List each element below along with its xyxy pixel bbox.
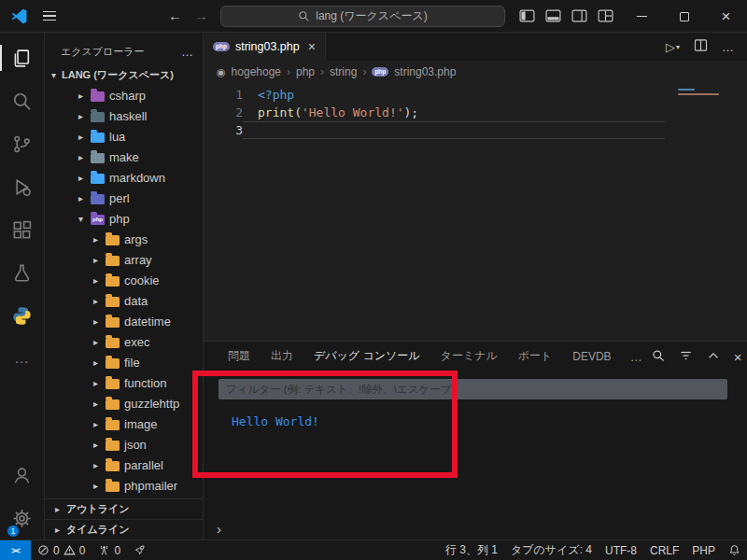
layout-controls (519, 9, 613, 25)
minimap[interactable] (678, 89, 740, 98)
filter-icon-button[interactable] (679, 349, 693, 365)
breadcrumb-item[interactable]: php (296, 65, 315, 78)
activity-testing[interactable] (0, 251, 44, 294)
code-editor[interactable]: 1<?php2print('Hello World!');3 (204, 83, 747, 341)
activity-more[interactable]: … (0, 337, 44, 380)
panel-actions: × (652, 342, 747, 371)
panel-tab-problems[interactable]: 問題 (218, 342, 260, 371)
status-problems[interactable]: 0 0 (31, 540, 92, 560)
code-line[interactable]: 3 (204, 121, 747, 139)
toggle-secondary-sidebar-button[interactable] (571, 9, 587, 25)
tree-item-lua[interactable]: ▸lua (45, 126, 203, 147)
tree-item-label: guzzlehttp (124, 397, 179, 411)
tree-item-image[interactable]: ▸image (45, 413, 203, 434)
panel-search-button[interactable] (652, 349, 665, 365)
extensions-icon (12, 220, 32, 240)
activity-search[interactable] (0, 79, 44, 122)
tree-item-php[interactable]: ▾phpphp (45, 208, 203, 229)
panel-tab-output[interactable]: 出力 (261, 342, 303, 371)
status-eol[interactable]: CRLF (643, 540, 685, 560)
run-button[interactable]: ▷ ▾ (666, 40, 680, 54)
timeline-section[interactable]: ▸ タイムライン (45, 519, 203, 539)
panel-tab-debug-console[interactable]: デバッグ コンソール (304, 342, 430, 371)
debug-filter-input[interactable] (226, 384, 720, 395)
status-ports[interactable]: 0 (92, 540, 127, 560)
panel-tab-devdb[interactable]: DEVDB (563, 342, 620, 371)
outline-label: アウトライン (66, 502, 130, 516)
tree-item-haskell[interactable]: ▸haskell (45, 105, 203, 126)
tree-item-csharp[interactable]: ▸csharp (45, 85, 203, 105)
tree-item-label: phpmailer (124, 479, 177, 493)
tree-item-datetime[interactable]: ▸datetime (45, 311, 203, 331)
debug-console-input-prompt[interactable]: › (217, 521, 221, 537)
activity-python[interactable] (0, 294, 44, 337)
tree-item-perl[interactable]: ▸perl (45, 188, 203, 208)
tree-item-exec[interactable]: ▸exec (45, 331, 203, 352)
split-editor-button[interactable] (694, 38, 708, 55)
status-debug[interactable] (127, 540, 152, 560)
ellipsis-icon: … (14, 350, 30, 367)
close-window-button[interactable]: × (705, 0, 747, 33)
tree-item-array[interactable]: ▸array (45, 249, 203, 270)
activity-run-debug[interactable] (0, 165, 44, 208)
close-panel-button[interactable]: × (734, 349, 742, 365)
tree-item-args[interactable]: ▸args (45, 229, 203, 249)
breadcrumb-item[interactable]: string03.php (394, 65, 456, 78)
tree-item-file[interactable]: ▸file (45, 352, 203, 372)
code-line-text: <?php (243, 86, 747, 104)
maximize-button[interactable] (663, 0, 705, 33)
tree-item-parallel[interactable]: ▸parallel (45, 455, 203, 475)
settings-badge: 1 (7, 525, 20, 538)
toggle-primary-sidebar-button[interactable] (519, 9, 535, 25)
activity-source-control[interactable] (0, 122, 44, 165)
workspace-root-item[interactable]: ▾ LANG (ワークスペース) (45, 64, 203, 85)
tree-item-phpmailer[interactable]: ▸phpmailer (45, 475, 203, 496)
chevron-right-icon: ▸ (91, 419, 101, 429)
maximize-panel-button[interactable] (707, 349, 720, 365)
panel-tab-ports[interactable]: ポート (509, 342, 562, 371)
more-actions-button[interactable]: … (722, 40, 734, 54)
code-line[interactable]: 1<?php (204, 86, 747, 104)
tree-item-data[interactable]: ▸data (45, 290, 203, 311)
activity-extensions[interactable] (0, 208, 44, 251)
status-notifications[interactable] (722, 540, 747, 560)
tree-item-make[interactable]: ▸make (45, 147, 203, 167)
tree-item-guzzlehttp[interactable]: ▸guzzlehttp (45, 393, 203, 413)
tree-item-json[interactable]: ▸json (45, 434, 203, 455)
status-cursor-position[interactable]: 行 3、列 1 (439, 540, 504, 560)
menu-button[interactable] (43, 11, 56, 21)
back-button[interactable]: ← (168, 7, 182, 23)
tree-item-function[interactable]: ▸function (45, 372, 203, 393)
status-language-mode[interactable]: PHP (685, 540, 722, 560)
debug-filter-box (218, 379, 727, 399)
editor-tabbar: php string03.php × ▷ ▾ … (204, 33, 747, 61)
tree-item-cookie[interactable]: ▸cookie (45, 270, 203, 290)
tree-item-label: cookie (124, 273, 160, 287)
activity-settings[interactable]: 1 (0, 497, 44, 539)
panel-tab-terminal[interactable]: ターミナル (431, 342, 507, 371)
activity-accounts[interactable] (0, 454, 44, 497)
tree-item-markdown[interactable]: ▸markdown (45, 167, 203, 188)
breadcrumb-item[interactable]: string (330, 65, 357, 78)
status-encoding[interactable]: UTF-8 (599, 540, 643, 560)
close-tab-icon[interactable]: × (308, 39, 316, 54)
views-more-actions-button[interactable]: … (181, 45, 193, 59)
minimize-button[interactable] (621, 0, 663, 33)
editor-tab-string03[interactable]: php string03.php × (204, 33, 326, 61)
remote-indicator[interactable]: >< (0, 540, 31, 560)
forward-button[interactable]: → (194, 7, 208, 23)
folder-icon (91, 133, 105, 143)
chevron-right-icon: ▸ (91, 399, 101, 409)
code-line[interactable]: 2print('Hello World!'); (204, 104, 747, 121)
chevron-right-icon: ▸ (91, 481, 101, 491)
panel-more-tabs-button[interactable]: … (623, 342, 650, 371)
ports-count: 0 (114, 544, 120, 557)
tree-item-label: make (109, 150, 139, 164)
status-tab-size[interactable]: タブのサイズ: 4 (504, 540, 599, 560)
breadcrumb-item[interactable]: hogehoge (232, 65, 281, 78)
command-center-search[interactable]: lang (ワークスペース) (220, 6, 505, 27)
customize-layout-button[interactable] (598, 9, 613, 25)
outline-section[interactable]: ▸ アウトライン (45, 498, 203, 519)
toggle-panel-button[interactable] (545, 9, 561, 25)
activity-explorer[interactable] (0, 36, 44, 79)
